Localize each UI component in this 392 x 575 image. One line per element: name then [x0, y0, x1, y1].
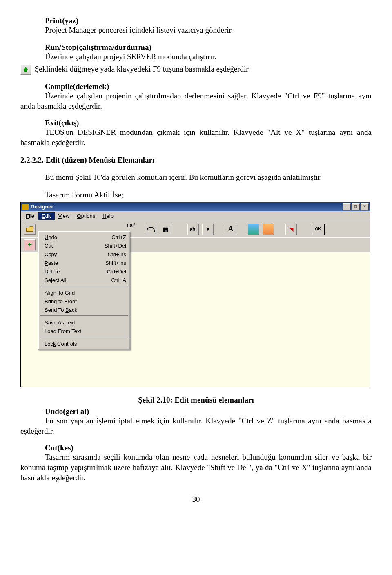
section-print-body: Project Manager penceresi içindeki liste…	[20, 25, 372, 36]
menu-align-grid[interactable]: Align To Grid	[40, 289, 129, 297]
menu-separator-1	[40, 286, 128, 287]
section-runstop-body2: Şeklindeki düğmeye yada klavyedeki F9 tu…	[20, 64, 372, 75]
section-undo-body: En son yapılan işlemi iptal etmek için k…	[20, 416, 372, 436]
form-active-label: Tasarım Formu Aktif İse;	[20, 190, 372, 200]
menu-bring-front[interactable]: Bring to Front	[40, 297, 129, 306]
section-cut-title: Cut(kes)	[20, 443, 372, 452]
section-runstop-body: Üzerinde çalışılan projeyi SERVER modund…	[20, 52, 372, 62]
image-icon[interactable]	[263, 224, 274, 235]
section-exit-title: Exit(çıkış)	[20, 119, 372, 128]
menu-send-back[interactable]: Send To Back	[40, 306, 129, 314]
menu-select-all[interactable]: Select AllCtrl+A	[40, 276, 129, 284]
open-button[interactable]	[24, 224, 36, 235]
tab-label-fragment: nal/	[127, 222, 135, 228]
section-compile-title: Compile(derlemek)	[20, 82, 372, 91]
ok-button-icon[interactable]: OK	[312, 224, 325, 235]
edit-dropdown-menu: UndoCtrl+Z CutShift+Del CopyCtrl+Ins Pas…	[38, 231, 130, 350]
menu-paste[interactable]: PasteShift+Ins	[40, 259, 129, 267]
minimize-button[interactable]: _	[343, 203, 351, 210]
menu-undo[interactable]: UndoCtrl+Z	[40, 233, 129, 242]
menu-save-as-text[interactable]: Save As Text	[40, 318, 129, 327]
section-runstop-body2-text: Şeklindeki düğmeye yada klavyedeki F9 tu…	[35, 65, 250, 73]
designer-window: Designer _ □ × File Edit View Options He…	[20, 202, 370, 387]
menu-delete[interactable]: DeleteCtrl+Del	[40, 267, 129, 276]
titlebar: Designer _ □ ×	[21, 202, 370, 211]
gauge-icon[interactable]	[145, 224, 156, 235]
menu-view[interactable]: View	[55, 212, 74, 220]
close-button[interactable]: ×	[361, 203, 369, 210]
section-edit-menu-title: 2.2.2.2. Edit (düzen) Menüsü Elemanları	[20, 155, 372, 166]
grid-icon[interactable]: ▦	[160, 224, 171, 235]
menu-separator-2	[40, 315, 128, 317]
section-edit-menu-body: Bu menü Şekil 10'da görülen komutları iç…	[20, 172, 372, 183]
section-undo-title: Undo(geri al)	[20, 407, 372, 416]
menu-edit[interactable]: Edit	[38, 212, 55, 220]
letter-a-icon[interactable]: A	[225, 224, 236, 235]
window-buttons: _ □ ×	[343, 203, 369, 210]
menu-help[interactable]: Help	[99, 212, 118, 220]
shape-icon[interactable]: ◥	[285, 224, 297, 235]
section-exit-body: TEOS'un DESIGNER modundan çıkmak için ku…	[20, 128, 372, 148]
dropdown-icon[interactable]: ▾	[202, 224, 214, 235]
section-compile-body: Üzerinde çalışılan projenin çalıştırılma…	[20, 91, 372, 111]
maximize-button[interactable]: □	[352, 203, 360, 210]
menu-cut[interactable]: CutShift+Del	[40, 242, 129, 250]
figure-caption: Şekil 2.10: Edit menüsü elemanları	[20, 396, 372, 405]
abi-text-icon[interactable]: abI	[187, 224, 199, 235]
run-arrow-icon	[20, 65, 31, 75]
menubar: File Edit View Options Help	[21, 211, 370, 221]
menu-load-from-text[interactable]: Load From Text	[40, 327, 129, 336]
menu-separator-3	[40, 337, 128, 338]
page-number: 30	[20, 495, 372, 504]
add-button[interactable]: ＋	[24, 239, 36, 250]
section-cut-body: Tasarım sırasında seçili konumda olan ne…	[20, 452, 372, 483]
menu-copy[interactable]: CopyCtrl+Ins	[40, 250, 129, 259]
section-print-title: Print(yaz)	[20, 16, 372, 25]
menu-options[interactable]: Options	[74, 212, 99, 220]
app-icon	[22, 204, 29, 210]
menu-lock-controls[interactable]: Lock Controls	[40, 340, 129, 348]
menu-file[interactable]: File	[22, 212, 38, 220]
toolbar-row-1: nal/ ▦ abI ▾ A ◥ OK UndoCtrl+Z CutShift+…	[21, 221, 370, 237]
section-runstop-title: Run/Stop(çalıştırma/durdurma)	[20, 43, 372, 52]
window-title: Designer	[31, 204, 343, 210]
picture-icon[interactable]	[248, 224, 259, 235]
